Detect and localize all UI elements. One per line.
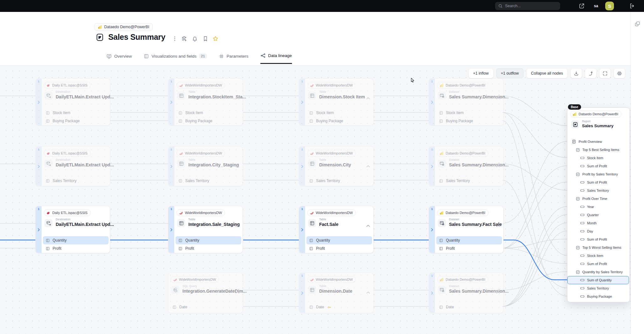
source-chip[interactable]: WideWorldImportersDW <box>176 150 225 157</box>
field-row[interactable]: Profit <box>436 244 502 253</box>
collapse-node-button[interactable] <box>235 95 239 97</box>
source-chip[interactable]: WideWorldImportersDW <box>176 82 225 89</box>
collapse-node-button[interactable] <box>103 95 107 97</box>
node-card[interactable]: WideWorldImportersDW Table Dimension.Dat… <box>305 273 373 313</box>
tree-item[interactable]: Sum of Profit <box>567 260 629 268</box>
expand-handle[interactable]: 1 <box>168 147 174 186</box>
source-chip[interactable]: Dataedo Demo@PowerBI <box>437 209 488 216</box>
tab-data-lineage[interactable]: Data lineage <box>260 53 292 64</box>
tree-item[interactable]: Buying Package <box>567 292 629 300</box>
lineage-node[interactable]: 1 WideWorldImportersDW Table Integration… <box>168 206 243 253</box>
field-row[interactable]: Date <box>306 303 372 311</box>
panel-source-chip[interactable]: Dataedo Demo@PowerBI <box>570 111 621 117</box>
expand-handle[interactable]: 1 <box>429 206 435 253</box>
bell-icon[interactable] <box>192 36 198 42</box>
tree-item[interactable]: Sum of Quantity <box>567 276 629 284</box>
collapse-node-button[interactable] <box>496 95 500 97</box>
lineage-node[interactable]: 1 WideWorldImportersDW Table Dimension.D… <box>299 273 374 313</box>
lineage-node[interactable]: 1 WideWorldImportersDW Table Integration… <box>168 78 243 126</box>
tree-item[interactable]: Sales Territory <box>567 284 629 292</box>
lineage-canvas[interactable]: +1 inflow +1 outflow Collapse all nodes … <box>0 65 631 334</box>
field-row[interactable]: Buying Package <box>306 117 372 125</box>
node-card[interactable]: WideWorldImportersDW Table Integration.S… <box>174 79 243 125</box>
node-card[interactable]: WideWorldImportersDW Table Dimension.Sto… <box>305 79 373 125</box>
source-chip[interactable]: WideWorldImportersDW <box>307 150 356 157</box>
lineage-node[interactable]: 1 Dataedo Demo@PowerBI Dataset Sales Sum… <box>429 78 503 126</box>
expand-handle[interactable]: 1 <box>299 273 305 313</box>
avatar[interactable]: S <box>605 2 614 10</box>
inflow-button[interactable]: +1 inflow <box>468 68 493 78</box>
field-row[interactable]: Buying Package <box>176 117 241 125</box>
node-card[interactable]: WideWorldImportersDW Table Dimension.Cit… <box>305 147 373 186</box>
node-card[interactable]: Daily ETL.ispac@SSIS Destination DailyET… <box>42 79 110 125</box>
node-card[interactable]: WideWorldImportersDW Table Integration.S… <box>174 206 243 253</box>
field-row[interactable]: Sales Territory <box>43 177 109 185</box>
tree-item[interactable]: Year <box>567 203 629 211</box>
node-card[interactable]: Dataedo Demo@PowerBI Dataset Sales Summa… <box>435 147 503 186</box>
expand-handle[interactable]: 1 <box>36 206 42 253</box>
tree-item[interactable]: Profit Overview <box>567 138 629 146</box>
source-chip[interactable]: Dataedo Demo@PowerBI <box>437 150 488 157</box>
global-search[interactable] <box>495 2 560 10</box>
lineage-node[interactable]: 1 Dataedo Demo@PowerBI Dataset Sales Sum… <box>429 146 503 186</box>
collapse-node-button[interactable] <box>496 163 500 165</box>
expand-handle[interactable]: 1 <box>429 79 435 125</box>
collapse-node-button[interactable] <box>235 222 239 225</box>
field-row[interactable]: Profit <box>306 244 372 253</box>
source-chip[interactable]: WideWorldImportersDW <box>307 82 356 89</box>
star-icon[interactable] <box>212 36 218 42</box>
field-row[interactable]: Sales Territory <box>436 177 502 185</box>
kebab-icon[interactable] <box>172 36 178 42</box>
node-card[interactable]: Dataedo Demo@PowerBI Dataset Sales Summa… <box>435 79 503 125</box>
tree-item[interactable]: Stock Item <box>567 252 629 260</box>
tree-item[interactable]: Sales Territory <box>567 186 629 195</box>
node-card[interactable]: Daily ETL.ispac@SSIS Destination DailyET… <box>42 147 110 186</box>
tree-item[interactable]: Month <box>567 219 629 227</box>
expand-handle[interactable]: 1 <box>36 79 42 125</box>
lineage-node[interactable]: 1 Daily ETL.ispac@SSIS Destination Daily… <box>35 78 110 126</box>
tree-item[interactable]: Stock Item <box>567 154 629 162</box>
tab-parameters[interactable]: Parameters <box>219 53 248 64</box>
collapse-node-button[interactable] <box>366 95 370 97</box>
tab-visualizations-and-fields[interactable]: Visualizations and fields 21 <box>144 53 207 64</box>
outflow-button[interactable]: +1 outflow <box>496 68 524 78</box>
node-card[interactable]: WideWorldImportersDW Table Integration.C… <box>174 147 243 186</box>
node-card[interactable]: Dataedo Demo@PowerBI Dataset Sales Summa… <box>435 273 503 313</box>
bookmark-icon[interactable] <box>202 36 208 42</box>
lineage-node[interactable]: 1 WideWorldImportersDW Table Integration… <box>168 146 243 186</box>
field-row[interactable]: Stock Item <box>306 109 372 117</box>
tree-item[interactable]: Sum of Profit <box>567 235 629 243</box>
expand-handle[interactable]: 1 <box>299 79 305 125</box>
tree-item[interactable]: Quarter <box>567 211 629 219</box>
source-chip[interactable]: Daily ETL.ispac@SSIS <box>44 150 91 157</box>
lineage-node[interactable]: 1 Dataedo Demo@PowerBI Dataset Sales Sum… <box>429 273 503 313</box>
field-row[interactable]: Date <box>436 303 502 311</box>
field-row[interactable]: Quantity <box>306 236 372 244</box>
field-row[interactable]: Profit <box>43 244 109 253</box>
expand-handle[interactable]: 1 <box>168 79 174 125</box>
tree-item[interactable]: Top 5 Best Selling Items <box>567 146 629 154</box>
collapse-node-button[interactable] <box>366 163 370 165</box>
tree-item[interactable]: Profit Over Time <box>567 195 629 203</box>
lineage-node[interactable]: 1 Dataedo Demo@PowerBI Dataset Sales Sum… <box>429 206 503 253</box>
collapse-node-button[interactable] <box>366 289 370 292</box>
lineage-node[interactable]: 1 WideWorldImportersDW Table Fact.Sale Q… <box>299 206 374 253</box>
field-row[interactable]: Buying Package <box>436 117 502 125</box>
tree-item[interactable]: Sum of Profit <box>567 178 629 186</box>
collapse-all-nodes-button[interactable]: Collapse all nodes <box>526 68 568 78</box>
tab-overview[interactable]: Overview <box>106 53 132 64</box>
expand-handle[interactable]: 1 <box>299 147 305 186</box>
collapse-node-button[interactable] <box>103 222 107 225</box>
source-chip[interactable]: WideWorldImportersDW <box>307 276 356 283</box>
lineage-node[interactable]: 1 Daily ETL.ispac@SSIS Destination Daily… <box>35 146 110 186</box>
share-icon[interactable] <box>579 3 585 9</box>
field-row[interactable]: Buying Package <box>43 117 109 125</box>
expand-handle[interactable]: 1 <box>429 273 435 313</box>
field-row[interactable]: Quantity <box>436 236 502 244</box>
tree-item[interactable]: Day <box>567 227 629 235</box>
tree-item[interactable]: Sum of Profit <box>567 162 629 170</box>
source-chip[interactable]: Daily ETL.ispac@SSIS <box>44 209 91 216</box>
feedback-icon[interactable] <box>634 21 641 27</box>
field-row[interactable]: Stock Item <box>176 109 241 117</box>
node-card[interactable]: Dataedo Demo@PowerBI Dataset Sales Summa… <box>435 206 503 253</box>
